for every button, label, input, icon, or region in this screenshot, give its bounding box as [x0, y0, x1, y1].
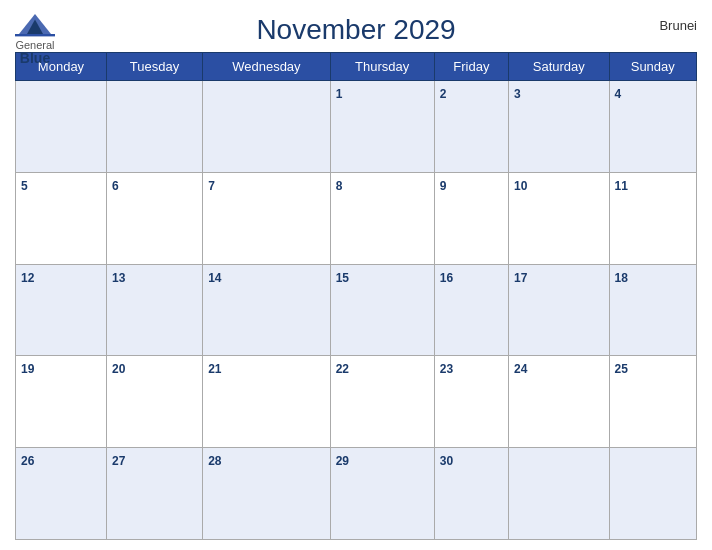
calendar-day-cell: 19 [16, 356, 107, 448]
day-number: 28 [208, 454, 221, 468]
calendar-week-row: 567891011 [16, 172, 697, 264]
calendar-day-cell: 29 [330, 448, 434, 540]
weekday-friday: Friday [434, 53, 508, 81]
calendar-day-cell: 25 [609, 356, 696, 448]
day-number: 13 [112, 271, 125, 285]
svg-rect-2 [15, 34, 55, 36]
day-number: 9 [440, 179, 447, 193]
calendar-day-cell: 6 [106, 172, 202, 264]
calendar-week-row: 1234 [16, 81, 697, 173]
calendar-day-cell [203, 81, 330, 173]
calendar-day-cell: 21 [203, 356, 330, 448]
calendar-day-cell: 27 [106, 448, 202, 540]
weekday-tuesday: Tuesday [106, 53, 202, 81]
logo-blue: Blue [20, 51, 50, 65]
weekday-thursday: Thursday [330, 53, 434, 81]
calendar-day-cell: 4 [609, 81, 696, 173]
calendar-day-cell [106, 81, 202, 173]
day-number: 25 [615, 362, 628, 376]
calendar-day-cell: 23 [434, 356, 508, 448]
day-number: 2 [440, 87, 447, 101]
calendar-day-cell: 24 [509, 356, 610, 448]
calendar-day-cell: 11 [609, 172, 696, 264]
calendar-day-cell: 2 [434, 81, 508, 173]
calendar-day-cell: 28 [203, 448, 330, 540]
day-number: 10 [514, 179, 527, 193]
calendar-day-cell [16, 81, 107, 173]
day-number: 3 [514, 87, 521, 101]
logo: General Blue [15, 10, 55, 65]
logo-icon [15, 10, 55, 38]
day-number: 8 [336, 179, 343, 193]
page-title: November 2029 [256, 14, 455, 46]
day-number: 14 [208, 271, 221, 285]
day-number: 24 [514, 362, 527, 376]
calendar-day-cell: 5 [16, 172, 107, 264]
calendar-day-cell: 8 [330, 172, 434, 264]
calendar-week-row: 12131415161718 [16, 264, 697, 356]
day-number: 26 [21, 454, 34, 468]
calendar-table: MondayTuesdayWednesdayThursdayFridaySatu… [15, 52, 697, 540]
weekday-sunday: Sunday [609, 53, 696, 81]
calendar-day-cell: 17 [509, 264, 610, 356]
day-number: 12 [21, 271, 34, 285]
calendar-day-cell: 18 [609, 264, 696, 356]
calendar-day-cell: 1 [330, 81, 434, 173]
day-number: 4 [615, 87, 622, 101]
day-number: 15 [336, 271, 349, 285]
calendar-day-cell: 12 [16, 264, 107, 356]
calendar-week-row: 2627282930 [16, 448, 697, 540]
calendar-day-cell: 7 [203, 172, 330, 264]
day-number: 6 [112, 179, 119, 193]
day-number: 19 [21, 362, 34, 376]
calendar-day-cell: 20 [106, 356, 202, 448]
calendar-day-cell: 9 [434, 172, 508, 264]
day-number: 5 [21, 179, 28, 193]
day-number: 29 [336, 454, 349, 468]
day-number: 20 [112, 362, 125, 376]
calendar-day-cell: 30 [434, 448, 508, 540]
day-number: 23 [440, 362, 453, 376]
day-number: 18 [615, 271, 628, 285]
calendar-day-cell: 26 [16, 448, 107, 540]
calendar-day-cell: 10 [509, 172, 610, 264]
weekday-saturday: Saturday [509, 53, 610, 81]
day-number: 27 [112, 454, 125, 468]
calendar-day-cell: 3 [509, 81, 610, 173]
day-number: 30 [440, 454, 453, 468]
day-number: 17 [514, 271, 527, 285]
day-number: 11 [615, 179, 628, 193]
day-number: 16 [440, 271, 453, 285]
calendar-day-cell [609, 448, 696, 540]
calendar-day-cell: 14 [203, 264, 330, 356]
day-number: 22 [336, 362, 349, 376]
calendar-day-cell [509, 448, 610, 540]
calendar-header: General Blue November 2029 Brunei [15, 10, 697, 46]
calendar-week-row: 19202122232425 [16, 356, 697, 448]
day-number: 7 [208, 179, 215, 193]
country-label: Brunei [659, 18, 697, 33]
weekday-wednesday: Wednesday [203, 53, 330, 81]
calendar-day-cell: 15 [330, 264, 434, 356]
calendar-day-cell: 22 [330, 356, 434, 448]
calendar-day-cell: 16 [434, 264, 508, 356]
calendar-day-cell: 13 [106, 264, 202, 356]
day-number: 1 [336, 87, 343, 101]
weekday-header-row: MondayTuesdayWednesdayThursdayFridaySatu… [16, 53, 697, 81]
day-number: 21 [208, 362, 221, 376]
